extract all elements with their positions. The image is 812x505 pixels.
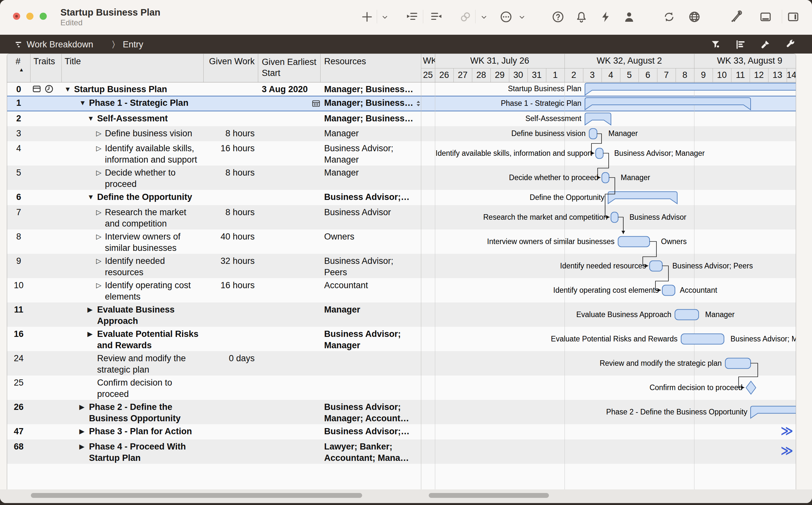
breadcrumb-view[interactable]: Work Breakdown [27,40,93,50]
given-work[interactable]: 40 hours [203,231,255,242]
bolt-button[interactable] [599,10,612,23]
disclosure-closed-icon[interactable]: ▶ [79,443,85,451]
task-bar[interactable] [611,212,618,223]
outline-button[interactable] [735,39,746,50]
disclosure-closed-icon[interactable]: ▶ [87,330,93,338]
sync-button[interactable] [663,10,676,23]
task-title[interactable]: Phase 4 - Proceed With Startup Plan [89,441,201,464]
given-work[interactable]: 16 hours [203,143,255,154]
task-title[interactable]: Define the Opportunity [97,191,201,203]
resources-popup-stepper[interactable] [414,99,423,108]
resources[interactable]: Business Advisor;… [324,191,416,203]
resources[interactable]: Manager; Business… [324,84,416,95]
column-header-given-earliest-start[interactable]: Given Earliest Start [262,56,316,78]
disclosure-leaf-icon[interactable]: ▷ [96,130,101,137]
more-circle-button[interactable] [500,10,513,23]
task-title[interactable]: Review and modify the strategic plan [97,353,201,375]
outdent-button[interactable] [430,10,443,23]
resources[interactable]: Business Advisor; Manager [324,328,416,351]
resources[interactable]: Manager [324,304,416,316]
given-work[interactable]: 8 hours [203,128,255,139]
task-bar[interactable] [662,285,675,296]
task-bar[interactable] [681,334,724,344]
given-work[interactable]: 32 hours [203,256,255,267]
task-title[interactable]: Research the market and competition [105,207,201,229]
task-title[interactable]: Startup Business Plan [74,84,201,95]
resources[interactable]: Manager [324,128,416,139]
indent-button[interactable] [405,10,418,23]
task-bar[interactable] [589,129,597,139]
resources[interactable]: Manager; Business… [324,113,416,124]
resources[interactable]: Business Advisor;… [324,426,416,437]
given-work[interactable]: 8 hours [203,167,255,178]
resources[interactable]: Business Advisor; Peers [324,256,416,278]
resources[interactable]: Business Advisor; Manager; Account… [324,401,416,424]
task-title[interactable]: Confirm decision to proceed [97,377,201,400]
task-title[interactable]: Define business vision [105,128,201,139]
add-button[interactable] [361,10,374,23]
task-title[interactable]: Identify needed resources [105,256,201,278]
task-title[interactable]: Evaluate Potential Risks and Rewards [97,328,201,351]
column-header-given-work[interactable]: Given Work [203,56,255,66]
chevron-down-button[interactable] [480,13,488,21]
globe-button[interactable] [688,10,701,23]
task-bar[interactable] [675,310,699,320]
bell-button[interactable] [575,10,588,23]
given-earliest-start[interactable]: 3 Aug 2020 [262,84,308,95]
task-title[interactable]: Identify available skills, information a… [105,143,201,166]
disclosure-open-icon[interactable]: ▼ [87,115,94,122]
close-button[interactable] [13,13,20,20]
tools-button[interactable] [729,10,742,23]
task-title[interactable]: Phase 2 - Define the Business Opportunit… [89,401,201,424]
resources[interactable]: Business Advisor [324,207,416,218]
task-title[interactable]: Identify operating cost elements [105,280,201,303]
resources[interactable]: Accountant [324,280,416,291]
task-bar[interactable] [618,236,650,247]
disclosure-leaf-icon[interactable]: ▷ [96,208,101,216]
disclosure-leaf-icon[interactable]: ▷ [96,233,101,240]
link-button[interactable] [459,10,472,23]
task-title[interactable]: Decide whether to proceed [105,167,201,190]
disclosure-open-icon[interactable]: ▼ [87,193,94,201]
chevron-down-button[interactable] [381,13,389,21]
task-title[interactable]: Phase 3 - Plan for Action [89,426,201,437]
gantt-horizontal-scrollbar[interactable] [429,493,549,498]
offscreen-bar-indicator[interactable]: ≫ [781,424,793,438]
resources[interactable]: Business Advisor; Manager [324,143,416,166]
resources[interactable]: Owners [324,231,416,242]
filter-button[interactable] [710,39,721,50]
disclosure-closed-icon[interactable]: ▶ [79,403,85,411]
panel-bottom-button[interactable] [759,10,772,23]
task-title[interactable]: Evaluate Business Approach [97,304,201,327]
task-bar[interactable] [725,358,751,369]
task-bar[interactable] [602,173,609,183]
given-work[interactable]: 16 hours [203,280,255,291]
chevron-down-button[interactable] [518,13,526,21]
panel-right-button[interactable] [787,10,800,23]
resources[interactable]: Manager [324,167,416,178]
column-header-title[interactable]: Title [64,56,81,66]
resources[interactable]: Manager; Business… [324,98,416,109]
disclosure-leaf-icon[interactable]: ▷ [96,169,101,177]
task-title[interactable]: Self-Assessment [97,113,201,124]
column-header-number[interactable]: # [16,56,20,66]
help-button[interactable] [551,10,564,23]
wrench-button[interactable] [785,39,796,50]
disclosure-leaf-icon[interactable]: ▷ [96,281,101,289]
zoom-button[interactable] [40,13,47,20]
task-title[interactable]: Interview owners of similar businesses [105,231,201,254]
task-bar[interactable] [596,148,603,159]
disclosure-closed-icon[interactable]: ▶ [79,428,85,435]
brush-button[interactable] [760,39,771,50]
resources[interactable]: Lawyer; Banker; Accountant; Mana… [324,441,416,464]
disclosure-open-icon[interactable]: ▼ [64,86,71,93]
offscreen-bar-indicator[interactable]: ≫ [781,444,793,458]
task-bar[interactable] [650,261,662,271]
disclosure-open-icon[interactable]: ▼ [79,99,86,107]
disclosure-closed-icon[interactable]: ▶ [87,306,93,314]
column-header-traits[interactable]: Traits [33,56,55,66]
disclosure-leaf-icon[interactable]: ▷ [96,144,101,152]
disclosure-leaf-icon[interactable]: ▷ [96,257,101,265]
task-title[interactable]: Phase 1 - Strategic Plan [89,98,201,109]
minimize-button[interactable] [26,13,33,20]
